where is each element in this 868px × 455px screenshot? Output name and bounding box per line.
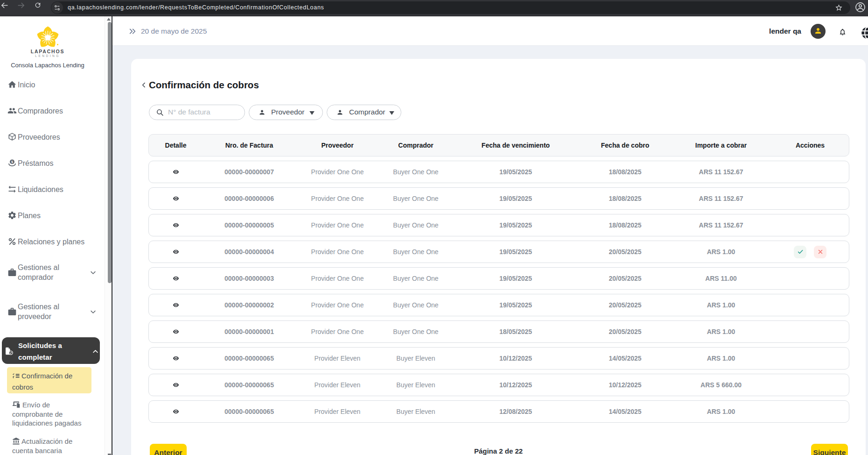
svg-text:$: $ [11,160,13,164]
